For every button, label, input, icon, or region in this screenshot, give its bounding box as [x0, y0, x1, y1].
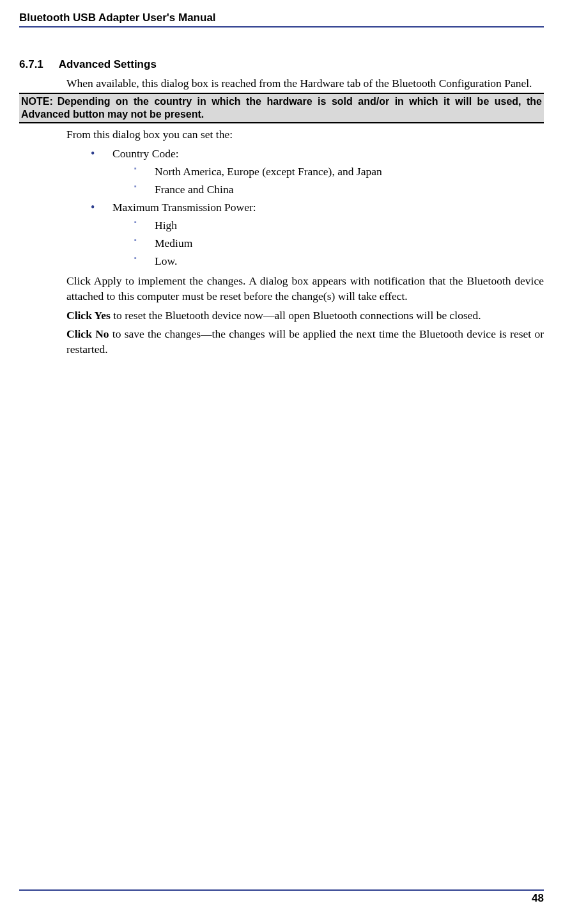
no-bold: Click No	[66, 327, 109, 340]
page-number: 48	[19, 892, 544, 905]
document-header: Bluetooth USB Adapter User's Manual	[19, 12, 544, 26]
no-rest: to save the changes—the changes will be …	[66, 327, 544, 356]
section-number: 6.7.1	[19, 58, 43, 71]
apply-paragraph: Click Apply to implement the changes. A …	[66, 273, 544, 304]
list-item-label: Country Code:	[112, 147, 179, 160]
header-rule	[19, 26, 544, 27]
body-lead: From this dialog box you can set the:	[66, 127, 544, 142]
section-title: Advanced Settings	[59, 58, 157, 70]
sub-list-item: High	[133, 216, 544, 234]
list-item: Maximum Transmission Power: High Medium …	[91, 198, 544, 270]
sub-list-item: North America, Europe (except France), a…	[133, 162, 544, 180]
sub-list: North America, Europe (except France), a…	[133, 162, 544, 198]
sub-list-item: Low.	[133, 252, 544, 270]
yes-bold: Click Yes	[66, 309, 111, 322]
sub-list-item: Medium	[133, 234, 544, 252]
footer-rule	[19, 889, 544, 891]
note-label: NOTE:	[21, 95, 53, 108]
section-intro: When available, this dialog box is reach…	[66, 75, 544, 91]
yes-rest: to reset the Bluetooth device now—all op…	[111, 309, 481, 322]
bullet-list: Country Code: North America, Europe (exc…	[91, 145, 544, 270]
footer: 48	[19, 889, 544, 905]
sub-list: High Medium Low.	[133, 216, 544, 270]
note-box: NOTE:Depending on the country in which t…	[19, 93, 544, 123]
list-item: Country Code: North America, Europe (exc…	[91, 145, 544, 198]
yes-paragraph: Click Yes to reset the Bluetooth device …	[66, 308, 544, 323]
no-paragraph: Click No to save the changes—the changes…	[66, 326, 544, 357]
list-item-label: Maximum Transmission Power:	[112, 201, 256, 214]
note-text: Depending on the country in which the ha…	[21, 96, 542, 120]
sub-list-item: France and China	[133, 180, 544, 198]
section-heading: 6.7.1Advanced Settings	[19, 58, 544, 71]
